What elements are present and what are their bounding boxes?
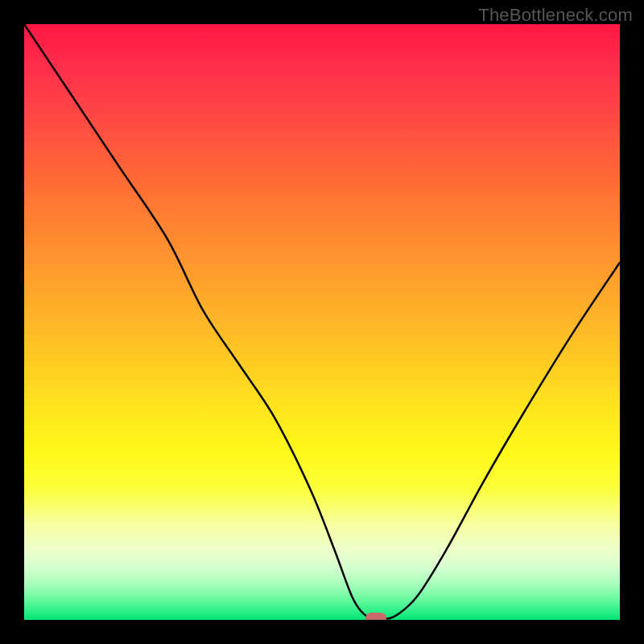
watermark-text: TheBottleneck.com: [478, 5, 633, 26]
bottleneck-curve: [24, 24, 620, 620]
optimal-point-marker: [365, 613, 386, 620]
chart-area: [24, 24, 620, 620]
